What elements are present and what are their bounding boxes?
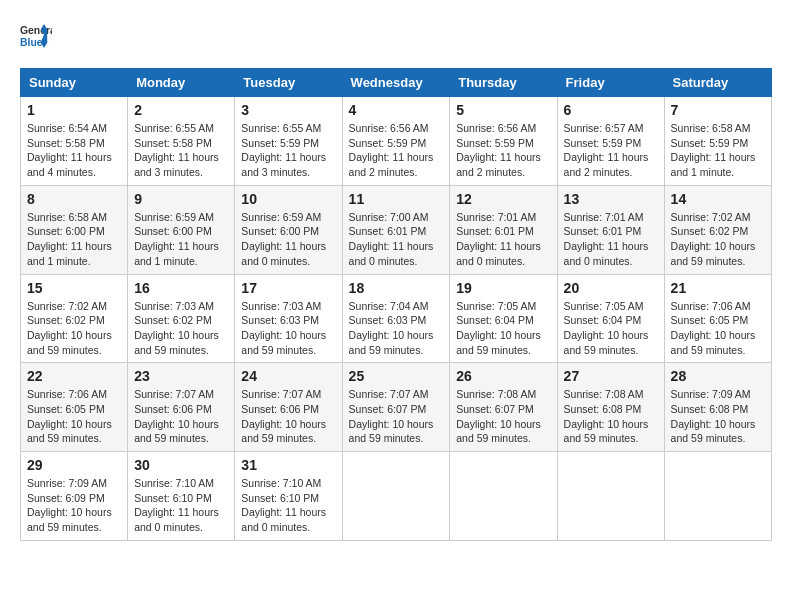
day-info: Sunrise: 7:03 AMSunset: 6:02 PMDaylight:… [134, 299, 228, 358]
day-number: 19 [456, 280, 550, 296]
day-info: Sunrise: 6:58 AMSunset: 6:00 PMDaylight:… [27, 210, 121, 269]
day-number: 3 [241, 102, 335, 118]
day-info: Sunrise: 7:10 AMSunset: 6:10 PMDaylight:… [241, 476, 335, 535]
calendar-cell: 18 Sunrise: 7:04 AMSunset: 6:03 PMDaylig… [342, 274, 450, 363]
day-number: 2 [134, 102, 228, 118]
day-info: Sunrise: 7:02 AMSunset: 6:02 PMDaylight:… [27, 299, 121, 358]
weekday-header-monday: Monday [128, 69, 235, 97]
calendar-cell: 23 Sunrise: 7:07 AMSunset: 6:06 PMDaylig… [128, 363, 235, 452]
calendar-cell [342, 452, 450, 541]
calendar-cell [557, 452, 664, 541]
day-number: 29 [27, 457, 121, 473]
calendar-cell: 12 Sunrise: 7:01 AMSunset: 6:01 PMDaylig… [450, 185, 557, 274]
calendar-cell: 28 Sunrise: 7:09 AMSunset: 6:08 PMDaylig… [664, 363, 771, 452]
weekday-header-sunday: Sunday [21, 69, 128, 97]
day-number: 10 [241, 191, 335, 207]
calendar-cell: 31 Sunrise: 7:10 AMSunset: 6:10 PMDaylig… [235, 452, 342, 541]
calendar-cell: 26 Sunrise: 7:08 AMSunset: 6:07 PMDaylig… [450, 363, 557, 452]
day-info: Sunrise: 6:56 AMSunset: 5:59 PMDaylight:… [349, 121, 444, 180]
weekday-header-row: SundayMondayTuesdayWednesdayThursdayFrid… [21, 69, 772, 97]
day-number: 27 [564, 368, 658, 384]
day-info: Sunrise: 7:09 AMSunset: 6:08 PMDaylight:… [671, 387, 765, 446]
calendar-cell: 25 Sunrise: 7:07 AMSunset: 6:07 PMDaylig… [342, 363, 450, 452]
page-header: General Blue [20, 20, 772, 52]
day-info: Sunrise: 7:05 AMSunset: 6:04 PMDaylight:… [456, 299, 550, 358]
weekday-header-thursday: Thursday [450, 69, 557, 97]
day-number: 31 [241, 457, 335, 473]
calendar-cell: 3 Sunrise: 6:55 AMSunset: 5:59 PMDayligh… [235, 97, 342, 186]
day-info: Sunrise: 7:00 AMSunset: 6:01 PMDaylight:… [349, 210, 444, 269]
week-row-3: 15 Sunrise: 7:02 AMSunset: 6:02 PMDaylig… [21, 274, 772, 363]
weekday-header-saturday: Saturday [664, 69, 771, 97]
logo-icon: General Blue [20, 20, 52, 52]
calendar-cell: 17 Sunrise: 7:03 AMSunset: 6:03 PMDaylig… [235, 274, 342, 363]
calendar-cell: 21 Sunrise: 7:06 AMSunset: 6:05 PMDaylig… [664, 274, 771, 363]
day-info: Sunrise: 7:08 AMSunset: 6:07 PMDaylight:… [456, 387, 550, 446]
day-info: Sunrise: 7:05 AMSunset: 6:04 PMDaylight:… [564, 299, 658, 358]
calendar-cell [450, 452, 557, 541]
day-info: Sunrise: 7:01 AMSunset: 6:01 PMDaylight:… [564, 210, 658, 269]
week-row-5: 29 Sunrise: 7:09 AMSunset: 6:09 PMDaylig… [21, 452, 772, 541]
day-number: 21 [671, 280, 765, 296]
day-number: 13 [564, 191, 658, 207]
day-number: 7 [671, 102, 765, 118]
calendar-cell: 9 Sunrise: 6:59 AMSunset: 6:00 PMDayligh… [128, 185, 235, 274]
logo: General Blue [20, 20, 52, 52]
day-number: 14 [671, 191, 765, 207]
day-info: Sunrise: 6:58 AMSunset: 5:59 PMDaylight:… [671, 121, 765, 180]
day-info: Sunrise: 7:07 AMSunset: 6:06 PMDaylight:… [134, 387, 228, 446]
day-info: Sunrise: 7:08 AMSunset: 6:08 PMDaylight:… [564, 387, 658, 446]
calendar-cell: 5 Sunrise: 6:56 AMSunset: 5:59 PMDayligh… [450, 97, 557, 186]
calendar-cell: 29 Sunrise: 7:09 AMSunset: 6:09 PMDaylig… [21, 452, 128, 541]
day-info: Sunrise: 6:55 AMSunset: 5:59 PMDaylight:… [241, 121, 335, 180]
calendar-cell: 24 Sunrise: 7:07 AMSunset: 6:06 PMDaylig… [235, 363, 342, 452]
day-info: Sunrise: 7:01 AMSunset: 6:01 PMDaylight:… [456, 210, 550, 269]
day-number: 20 [564, 280, 658, 296]
day-number: 6 [564, 102, 658, 118]
week-row-1: 1 Sunrise: 6:54 AMSunset: 5:58 PMDayligh… [21, 97, 772, 186]
day-number: 5 [456, 102, 550, 118]
day-info: Sunrise: 7:09 AMSunset: 6:09 PMDaylight:… [27, 476, 121, 535]
day-info: Sunrise: 7:04 AMSunset: 6:03 PMDaylight:… [349, 299, 444, 358]
svg-text:Blue: Blue [20, 37, 43, 48]
calendar-cell: 10 Sunrise: 6:59 AMSunset: 6:00 PMDaylig… [235, 185, 342, 274]
calendar-cell: 19 Sunrise: 7:05 AMSunset: 6:04 PMDaylig… [450, 274, 557, 363]
calendar-cell: 14 Sunrise: 7:02 AMSunset: 6:02 PMDaylig… [664, 185, 771, 274]
day-info: Sunrise: 6:56 AMSunset: 5:59 PMDaylight:… [456, 121, 550, 180]
calendar-cell [664, 452, 771, 541]
day-number: 23 [134, 368, 228, 384]
day-number: 30 [134, 457, 228, 473]
week-row-4: 22 Sunrise: 7:06 AMSunset: 6:05 PMDaylig… [21, 363, 772, 452]
calendar-cell: 20 Sunrise: 7:05 AMSunset: 6:04 PMDaylig… [557, 274, 664, 363]
calendar-cell: 22 Sunrise: 7:06 AMSunset: 6:05 PMDaylig… [21, 363, 128, 452]
weekday-header-wednesday: Wednesday [342, 69, 450, 97]
calendar-cell: 11 Sunrise: 7:00 AMSunset: 6:01 PMDaylig… [342, 185, 450, 274]
day-info: Sunrise: 6:54 AMSunset: 5:58 PMDaylight:… [27, 121, 121, 180]
day-number: 18 [349, 280, 444, 296]
day-number: 26 [456, 368, 550, 384]
day-info: Sunrise: 7:02 AMSunset: 6:02 PMDaylight:… [671, 210, 765, 269]
day-number: 11 [349, 191, 444, 207]
calendar-cell: 27 Sunrise: 7:08 AMSunset: 6:08 PMDaylig… [557, 363, 664, 452]
day-number: 12 [456, 191, 550, 207]
calendar-cell: 30 Sunrise: 7:10 AMSunset: 6:10 PMDaylig… [128, 452, 235, 541]
day-info: Sunrise: 6:55 AMSunset: 5:58 PMDaylight:… [134, 121, 228, 180]
calendar-cell: 8 Sunrise: 6:58 AMSunset: 6:00 PMDayligh… [21, 185, 128, 274]
calendar-cell: 2 Sunrise: 6:55 AMSunset: 5:58 PMDayligh… [128, 97, 235, 186]
day-number: 28 [671, 368, 765, 384]
day-info: Sunrise: 6:59 AMSunset: 6:00 PMDaylight:… [134, 210, 228, 269]
day-number: 1 [27, 102, 121, 118]
calendar-cell: 16 Sunrise: 7:03 AMSunset: 6:02 PMDaylig… [128, 274, 235, 363]
day-number: 15 [27, 280, 121, 296]
calendar-cell: 13 Sunrise: 7:01 AMSunset: 6:01 PMDaylig… [557, 185, 664, 274]
day-info: Sunrise: 6:57 AMSunset: 5:59 PMDaylight:… [564, 121, 658, 180]
day-info: Sunrise: 7:06 AMSunset: 6:05 PMDaylight:… [671, 299, 765, 358]
calendar-cell: 7 Sunrise: 6:58 AMSunset: 5:59 PMDayligh… [664, 97, 771, 186]
day-number: 25 [349, 368, 444, 384]
calendar-table: SundayMondayTuesdayWednesdayThursdayFrid… [20, 68, 772, 541]
day-number: 9 [134, 191, 228, 207]
calendar-cell: 1 Sunrise: 6:54 AMSunset: 5:58 PMDayligh… [21, 97, 128, 186]
calendar-cell: 6 Sunrise: 6:57 AMSunset: 5:59 PMDayligh… [557, 97, 664, 186]
weekday-header-tuesday: Tuesday [235, 69, 342, 97]
week-row-2: 8 Sunrise: 6:58 AMSunset: 6:00 PMDayligh… [21, 185, 772, 274]
